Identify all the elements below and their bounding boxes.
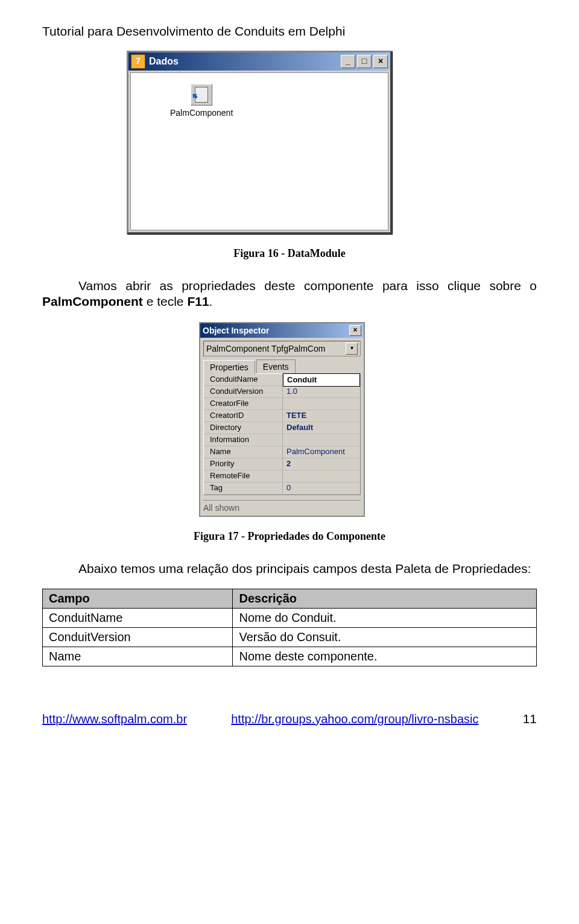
paragraph-1: Vamos abrir as propriedades deste compon… [42,278,537,310]
tab-events[interactable]: Events [256,359,296,373]
figure17-caption: Figura 17 - Propriedades do Componente [42,530,537,543]
inspector-close-button[interactable]: × [349,325,361,336]
dados-window: 7 Dados _ □ × PalmComponent [127,51,392,234]
table-header-descricao: Descrição [233,589,537,608]
tab-properties[interactable]: Properties [203,360,255,374]
footer-link-yahoo[interactable]: http://br.groups.yahoo.com/group/livro-n… [231,712,478,726]
maximize-button[interactable]: □ [357,55,372,68]
page-number: 11 [523,712,537,726]
figure16-caption: Figura 16 - DataModule [42,247,537,260]
close-button[interactable]: × [373,55,388,68]
inspector-object-dropdown[interactable]: PalmComponent TpfgPalmCom ▾ [203,341,361,356]
inspector-property-grid: ConduitName Conduit ConduitVersion 1.0 C… [203,373,361,495]
prop-row-tag[interactable]: Tag 0 [204,483,360,495]
dados-window-title: Dados [149,56,341,67]
paragraph-2: Abaixo temos uma relação dos principais … [42,561,537,577]
prop-row-information[interactable]: Information [204,434,360,446]
inspector-footer: All shown [203,500,361,513]
table-header-campo: Campo [43,589,233,608]
inspector-titlebar[interactable]: Object Inspector × [200,323,364,338]
object-inspector-window: Object Inspector × PalmComponent TpfgPal… [199,322,365,517]
dados-window-body: PalmComponent [130,72,388,230]
prop-row-name[interactable]: Name PalmComponent [204,446,360,458]
prop-row-conduitname[interactable]: ConduitName Conduit [204,374,360,386]
dados-titlebar[interactable]: 7 Dados _ □ × [128,52,390,71]
prop-row-priority[interactable]: Priority 2 [204,458,360,470]
table-row: ConduitVersion Versão do Consuit. [43,627,537,647]
prop-row-conduitversion[interactable]: ConduitVersion 1.0 [204,386,360,398]
table-header-row: Campo Descrição [43,589,537,608]
footer-link-softpalm[interactable]: http://www.softpalm.com.br [42,712,187,726]
page-header: Tutorial para Desenvolvimento de Conduit… [42,24,537,39]
prop-row-directory[interactable]: Directory Default [204,422,360,434]
prop-row-creatorid[interactable]: CreatorID TETE [204,410,360,422]
table-row: Name Nome deste componente. [43,647,537,666]
inspector-dropdown-label: PalmComponent TpfgPalmCom [206,344,325,353]
component-icon [191,84,212,106]
palmcomponent-item[interactable]: PalmComponent [170,84,233,118]
minimize-button[interactable]: _ [341,55,355,68]
prop-row-creatorfile[interactable]: CreatorFile [204,398,360,410]
chevron-down-icon[interactable]: ▾ [346,343,358,355]
delphi-icon: 7 [131,54,145,69]
component-label: PalmComponent [170,108,233,118]
page-footer: http://www.softpalm.com.br http://br.gro… [42,712,537,726]
properties-table: Campo Descrição ConduitName Nome do Cond… [42,589,537,666]
inspector-title: Object Inspector [203,326,349,335]
prop-row-remotefile[interactable]: RemoteFile [204,470,360,483]
table-row: ConduitName Nome do Conduit. [43,608,537,627]
